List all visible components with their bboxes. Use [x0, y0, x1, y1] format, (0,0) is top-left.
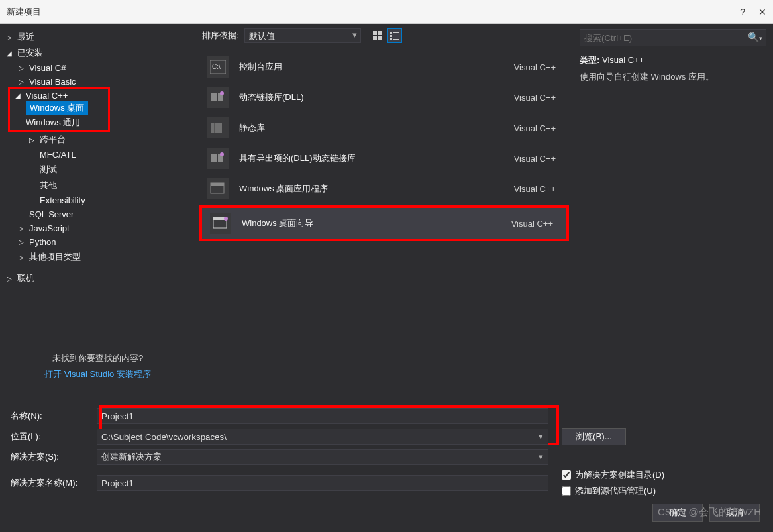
svg-text:C:\: C:\ [212, 63, 221, 70]
sort-label: 排序依据: [202, 30, 239, 42]
sidebar-item-label: 跨平台 [40, 134, 66, 146]
windesktop-icon [207, 178, 229, 199]
sidebar-item-label: MFC/ATL [40, 150, 76, 160]
solution-name-input[interactable] [97, 475, 548, 491]
sidebar-item-extensibility[interactable]: Extensibility [23, 193, 195, 207]
bottom-form: 名称(N): 位置(L): 浏览(B)... 解决方案(S): 解决方案名称(M… [0, 403, 773, 529]
titlebar: 新建项目 ? ✕ [0, 0, 773, 24]
template-windesktop-wizard[interactable]: Windows 桌面向导 Visual C++ [202, 208, 566, 239]
svg-rect-9 [393, 39, 399, 40]
template-name: Windows 桌面向导 [242, 217, 511, 229]
wizard-icon [210, 213, 231, 234]
tree-recent-label: 最近 [17, 31, 34, 43]
sort-value: 默认值 [244, 28, 361, 43]
template-console[interactable]: C:\ 控制台应用 Visual C++ [199, 52, 569, 82]
sidebar-item-windows-universal[interactable]: Windows 通用 [15, 115, 88, 129]
info-panel: 🔍▾ 类型: Visual C++ 使用向导自行创建 Windows 应用。 [573, 24, 773, 403]
sidebar-item-other-types[interactable]: ▷其他项目类型 [12, 249, 195, 265]
svg-rect-12 [211, 93, 217, 101]
name-input[interactable] [97, 408, 548, 424]
tree-installed[interactable]: ◢已安装 [0, 45, 195, 61]
ok-button[interactable]: 确定 [652, 504, 703, 522]
sidebar-item-label: Visual C# [29, 63, 66, 73]
solution-select[interactable] [97, 449, 548, 465]
svg-rect-2 [373, 36, 377, 40]
sort-select[interactable]: 默认值 [244, 28, 361, 43]
search-icon[interactable]: 🔍▾ [748, 32, 762, 42]
view-icons [370, 28, 402, 43]
sidebar-item-other[interactable]: 其他 [23, 178, 195, 193]
create-dir-checkbox[interactable] [562, 470, 571, 480]
row-name: 名称(N): [11, 408, 762, 424]
row-solution: 解决方案(S): [11, 449, 762, 465]
svg-rect-5 [393, 32, 399, 33]
checkbox-create-dir[interactable]: 为解决方案创建目录(D) [562, 469, 664, 481]
list-view-icon[interactable] [387, 28, 402, 43]
sidebar-item-sqlserver[interactable]: SQL Server [12, 207, 195, 221]
location-select[interactable] [97, 429, 548, 445]
template-dll-export[interactable]: 具有导出项的(DLL)动态链接库 Visual C++ [199, 143, 569, 174]
location-input[interactable] [97, 429, 548, 445]
svg-rect-4 [390, 32, 392, 34]
svg-rect-7 [393, 36, 399, 36]
search-input[interactable] [580, 29, 766, 46]
template-staticlib[interactable]: 静态库 Visual C++ [199, 113, 569, 143]
svg-point-19 [220, 152, 224, 156]
template-list: C:\ 控制台应用 Visual C++ 动态链接库(DLL) Visual C… [195, 48, 573, 403]
solution-input[interactable] [97, 449, 548, 465]
sidebar-item-python[interactable]: ▷Python [12, 235, 195, 249]
template-name: Windows 桌面应用程序 [239, 183, 514, 195]
svg-rect-3 [378, 36, 382, 40]
info-desc: 使用向导自行创建 Windows 应用。 [580, 70, 766, 84]
sidebar-item-windows-desktop[interactable]: Windows 桌面 [26, 101, 88, 115]
close-button[interactable]: ✕ [758, 7, 766, 17]
main-area: ▷最近 ◢已安装 ▷Visual C# ▷Visual Basic ◢Visua… [0, 24, 773, 403]
sidebar-item-label: SQL Server [29, 209, 74, 219]
console-icon: C:\ [207, 56, 229, 78]
sidebar-item-label: 测试 [40, 164, 57, 176]
grid-view-icon[interactable] [370, 28, 385, 43]
add-src-checkbox[interactable] [562, 486, 571, 496]
location-label: 位置(L): [11, 431, 97, 443]
sidebar-item-crossplatform[interactable]: ▷跨平台 [23, 132, 195, 148]
template-lang: Visual C++ [514, 154, 556, 164]
tree-recent[interactable]: ▷最近 [0, 29, 195, 45]
sidebar-item-javascript[interactable]: ▷JavaScript [12, 221, 195, 235]
sidebar-item-label: Visual C++ [26, 91, 68, 101]
open-installer-link[interactable]: 打开 Visual Studio 安装程序 [0, 368, 195, 380]
svg-rect-17 [211, 154, 217, 162]
sidebar-item-vbasic[interactable]: ▷Visual Basic [12, 75, 195, 89]
help-button[interactable]: ? [740, 7, 745, 17]
sidebar-item-label: 其他 [40, 180, 57, 191]
svg-rect-21 [211, 183, 224, 186]
checkbox-column: 为解决方案创建目录(D) 添加到源代码管理(U) [562, 469, 664, 497]
template-windesktop-app[interactable]: Windows 桌面应用程序 Visual C++ [199, 174, 569, 204]
sidebar: ▷最近 ◢已安装 ▷Visual C# ▷Visual Basic ◢Visua… [0, 24, 195, 403]
svg-point-14 [220, 91, 224, 95]
sidebar-item-vcsharp[interactable]: ▷Visual C# [12, 61, 195, 75]
row-solution-name: 解决方案名称(M): 为解决方案创建目录(D) 添加到源代码管理(U) [11, 469, 762, 497]
tree-online-label: 联机 [17, 272, 34, 284]
solution-name-label: 解决方案名称(M): [11, 477, 97, 489]
create-dir-label: 为解决方案创建目录(D) [575, 469, 664, 481]
row-location: 位置(L): 浏览(B)... [11, 428, 762, 445]
cancel-button[interactable]: 取消 [709, 504, 760, 522]
template-lang: Visual C++ [514, 93, 556, 103]
template-name: 控制台应用 [239, 61, 514, 73]
template-lang: Visual C++ [511, 219, 553, 229]
sidebar-item-label: JavaScript [29, 223, 70, 233]
svg-rect-0 [373, 31, 377, 35]
sidebar-item-vcpp[interactable]: ◢Visual C++ [15, 91, 88, 101]
svg-rect-16 [214, 123, 215, 133]
checkbox-add-src[interactable]: 添加到源代码管理(U) [562, 485, 664, 497]
tree-installed-label: 已安装 [17, 47, 43, 59]
highlight-vcpp: ◢Visual C++ Windows 桌面 Windows 通用 [8, 87, 110, 132]
browse-button[interactable]: 浏览(B)... [562, 428, 626, 445]
tree-online[interactable]: ▷联机 [0, 270, 195, 286]
sidebar-item-test[interactable]: 测试 [23, 162, 195, 178]
solution-label: 解决方案(S): [11, 451, 97, 463]
template-dll[interactable]: 动态链接库(DLL) Visual C++ [199, 82, 569, 113]
svg-rect-15 [211, 123, 222, 133]
sidebar-item-mfcatl[interactable]: MFC/ATL [23, 148, 195, 162]
window-title: 新建项目 [7, 6, 41, 18]
